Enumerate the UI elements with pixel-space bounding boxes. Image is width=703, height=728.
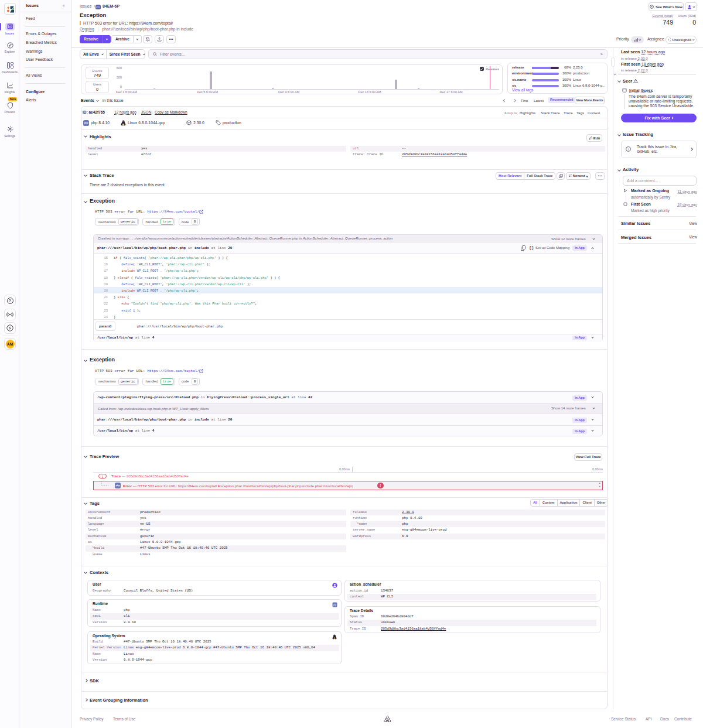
svg-text:php: php: [333, 604, 336, 606]
